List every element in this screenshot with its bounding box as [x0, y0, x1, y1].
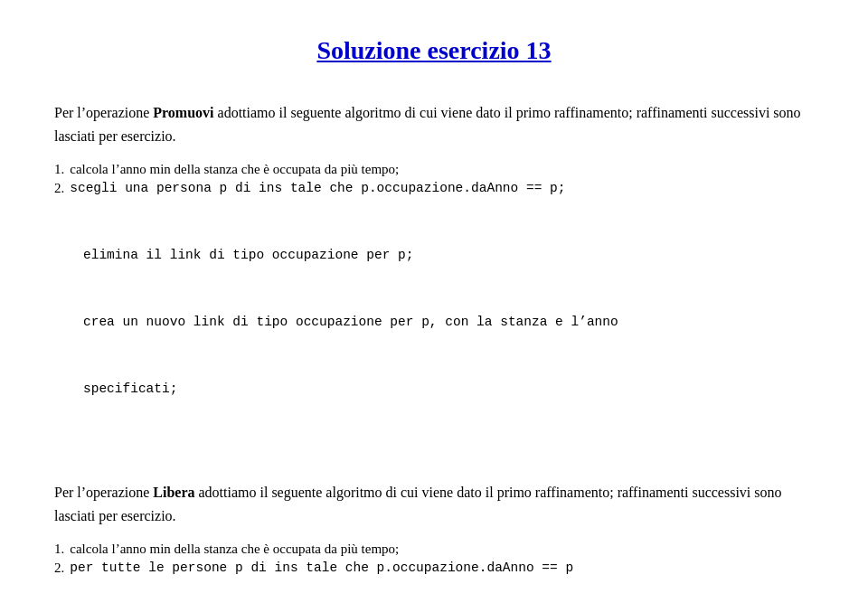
promuovi-code-line2: crea un nuovo link di tipo occupazione p…: [83, 311, 814, 334]
libera-step1-text: calcola l’anno min della stanza che è oc…: [70, 542, 399, 557]
libera-step2: 2. per tutte le persone p di ins tale ch…: [54, 561, 814, 576]
promuovi-intro-prefix: Per l’operazione: [54, 105, 153, 120]
promuovi-step2-code: elimina il link di tipo occupazione per …: [83, 200, 814, 445]
promuovi-step2: 2. scegli una persona p di ins tale che …: [54, 181, 814, 196]
page-title: Soluzione esercizio 13: [54, 36, 814, 65]
libera-step2-code: elimina il link di tipo occupazione per …: [108, 579, 814, 603]
libera-step2-label: 2.: [54, 561, 64, 576]
libera-step1: 1. calcola l’anno min della stanza che è…: [54, 542, 814, 557]
section-libera: Per l’operazione Libera adottiamo il seg…: [54, 481, 814, 603]
libera-step2-text: per tutte le persone p di ins tale che p…: [70, 561, 573, 576]
promuovi-code-line1: elimina il link di tipo occupazione per …: [83, 244, 814, 267]
promuovi-step2-text: scegli una persona p di ins tale che p.o…: [70, 181, 565, 196]
page-container: Soluzione esercizio 13 Per l’operazione …: [0, 0, 868, 603]
promuovi-bold: Promuovi: [153, 105, 213, 120]
promuovi-code-line3: specificati;: [83, 378, 814, 400]
promuovi-step1-text: calcola l’anno min della stanza che è oc…: [70, 162, 399, 177]
promuovi-step1-label: 1.: [54, 162, 64, 177]
promuovi-step2-label: 2.: [54, 181, 64, 196]
libera-step1-label: 1.: [54, 542, 64, 557]
libera-intro-prefix: Per l’operazione: [54, 485, 153, 500]
section-promuovi: Per l’operazione Promuovi adottiamo il s…: [54, 101, 814, 445]
libera-bold: Libera: [153, 485, 194, 500]
promuovi-step1: 1. calcola l’anno min della stanza che è…: [54, 162, 814, 177]
libera-intro: Per l’operazione Libera adottiamo il seg…: [54, 481, 814, 527]
promuovi-intro: Per l’operazione Promuovi adottiamo il s…: [54, 101, 814, 147]
page-title-section: Soluzione esercizio 13: [54, 36, 814, 65]
libera-list: 1. calcola l’anno min della stanza che è…: [54, 542, 814, 603]
promuovi-list: 1. calcola l’anno min della stanza che è…: [54, 162, 814, 445]
